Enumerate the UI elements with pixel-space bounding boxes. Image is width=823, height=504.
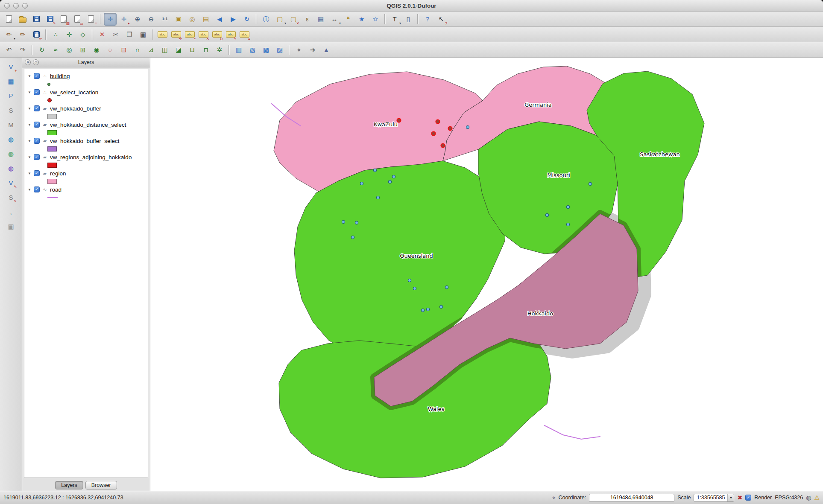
delete-part-button[interactable]: ⊟ [117,44,130,56]
delete-ring-button[interactable]: ◌ [104,44,117,56]
panel-close-button[interactable]: ✕ [25,59,31,65]
pan-to-selection-button[interactable]: ✛● [117,13,130,26]
help-contents-button[interactable]: ? [421,13,434,26]
layer-row-vw_hokkaido_distance_select[interactable]: ▼✓▰vw_hokkaido_distance_select [24,120,148,129]
scale-combo[interactable]: 1:33565585 ▾ [694,494,734,502]
identify-features-button[interactable]: ⓘ [260,13,272,26]
current-edits-button[interactable]: ✏▾ [3,28,15,41]
measure-line-button[interactable]: ↔▾ [328,13,341,26]
redo-button[interactable]: ↷ [16,44,29,56]
add-ring-button[interactable]: ◎ [63,44,76,56]
zoom-out-button[interactable]: ⊖ [145,13,158,26]
merge-attributes-button[interactable]: ⊓ [199,44,212,56]
grid-select-2-button[interactable]: ▧ [246,44,259,56]
pan-map-button[interactable]: ✛ [104,13,117,26]
layer-expander-icon[interactable]: ▼ [27,90,32,94]
zoom-in-button[interactable]: ⊕ [131,13,144,26]
zoom-to-selection-button[interactable]: ◎ [186,13,199,26]
crs-status-icon[interactable]: ◍ [806,495,811,501]
label-show-hide-button[interactable]: abc✕ [197,28,210,41]
refresh-map-button[interactable]: ↻ [240,13,253,26]
layer-visibility-checkbox[interactable]: ✓ [34,154,40,160]
rotate-feature-button[interactable]: ↻ [35,44,48,56]
dxf-export-button[interactable]: ➔ [306,44,319,56]
grid-select-3-button[interactable]: ▩ [260,44,272,56]
node-tool-button[interactable]: ◇ [76,28,89,41]
zoom-to-layer-button[interactable]: ▤ [199,13,212,26]
layer-visibility-checkbox[interactable]: ✓ [34,138,40,144]
form-annotation-button[interactable]: ▯ [402,13,415,26]
add-wms-layer-button[interactable]: ◍ [5,133,18,146]
db-manager-button[interactable]: ▣ [5,220,18,233]
show-bookmarks-button[interactable]: ☆ [369,13,382,26]
stop-rendering-icon[interactable]: ✖ [737,495,742,501]
coordinate-capture-button[interactable]: ⌖ [293,44,305,56]
open-attribute-table-button[interactable]: ▦ [314,13,327,26]
render-checkbox[interactable]: ✓ [745,495,751,501]
layer-row-vw_regions_adjoining_hokkaido[interactable]: ▼✓▰vw_regions_adjoining_hokkaido [24,153,148,161]
select-features-button[interactable]: ▢▾ [273,13,286,26]
layer-visibility-checkbox[interactable]: ✓ [34,89,40,95]
cut-features-button[interactable]: ✂ [109,28,122,41]
panel-float-button[interactable]: ◇ [33,59,39,65]
paste-features-button[interactable]: ▣ [137,28,149,41]
map-canvas[interactable]: KwaZuluGermaniaSaskatchewanMissouriQueen… [150,58,823,491]
layer-row-road[interactable]: ▼✓∿road [24,185,148,194]
layer-expander-icon[interactable]: ▼ [27,155,32,159]
text-annotation-dropdown-icon[interactable]: ▾ [399,21,401,25]
add-wfs-layer-button[interactable]: ◍ [5,162,18,175]
layer-visibility-checkbox[interactable]: ✓ [34,122,40,128]
copy-features-button[interactable]: ❐ [123,28,136,41]
layer-labeling-button[interactable]: abc [156,28,169,41]
layer-row-vw_select_location[interactable]: ▼✓∴vw_select_location [24,88,148,96]
add-wcs-layer-button[interactable]: ◍ [5,147,18,160]
zoom-full-button[interactable]: ▣ [172,13,185,26]
toggle-editing-button[interactable]: ✏ [16,28,29,41]
minimize-window-button[interactable] [13,3,19,9]
map-tips-button[interactable]: ❝ [342,13,354,26]
reshape-features-button[interactable]: ⊿ [145,44,158,56]
save-as-image-button[interactable]: ▦ [57,13,70,26]
new-print-composer-button[interactable]: ▭ [71,13,84,26]
layer-visibility-checkbox[interactable]: ✓ [34,186,40,192]
measure-line-dropdown-icon[interactable]: ▾ [339,21,341,25]
zoom-native-button[interactable]: 1:1 [158,13,171,26]
undo-button[interactable]: ↶ [3,44,15,56]
mouse-position-icon[interactable]: ⌖ [552,495,556,501]
layer-row-vw_hokkaido_buffer_select[interactable]: ▼✓▰vw_hokkaido_buffer_select [24,137,148,145]
add-spatialite-layer-button[interactable]: S [5,104,18,117]
grid-select-4-button[interactable]: ▨ [273,44,286,56]
label-rotate-button[interactable]: abc↻ [211,28,223,41]
label-options-button[interactable]: abc≡ [238,28,251,41]
rotate-point-symbols-button[interactable]: ✲ [213,44,226,56]
label-properties-button[interactable]: abc✎ [224,28,237,41]
label-pin-button[interactable]: abc• [183,28,196,41]
tab-browser[interactable]: Browser [85,481,117,489]
zoom-last-button[interactable]: ◀ [213,13,226,26]
merge-features-button[interactable]: ⊔ [186,44,199,56]
scale-dropdown-icon[interactable]: ▾ [727,494,734,501]
offset-curve-button[interactable]: ∩ [131,44,144,56]
add-vector-layer-button[interactable]: V+ [5,60,18,73]
open-project-button[interactable] [16,13,29,26]
layer-row-vw_hokkaido_buffer[interactable]: ▼✓▰vw_hokkaido_buffer [24,104,148,113]
layer-expander-icon[interactable]: ▼ [27,139,32,143]
layer-expander-icon[interactable]: ▼ [27,188,32,192]
new-project-button[interactable] [3,13,15,26]
layer-expander-icon[interactable]: ▼ [27,123,32,127]
split-parts-button[interactable]: ◫ [158,44,171,56]
simplify-feature-button[interactable]: ≈ [49,44,62,56]
save-layer-edits-button[interactable]: ✏ [30,28,43,41]
text-annotation-button[interactable]: T▾ [388,13,401,26]
layer-visibility-checkbox[interactable]: ✓ [34,170,40,176]
whats-this-button[interactable]: ↖? [435,13,448,26]
layer-visibility-checkbox[interactable]: ✓ [34,105,40,111]
tab-layers[interactable]: Layers [55,481,83,489]
save-project-button[interactable] [30,13,43,26]
grid-select-1-button[interactable]: ▦ [232,44,245,56]
current-edits-dropdown-icon[interactable]: ▾ [14,37,15,41]
select-features-dropdown-icon[interactable]: ▾ [284,21,286,25]
add-postgis-layer-button[interactable]: P [5,89,18,102]
deselect-features-button[interactable]: ▢✕ [287,13,300,26]
layer-row-region[interactable]: ▼✓▰region [24,169,148,178]
